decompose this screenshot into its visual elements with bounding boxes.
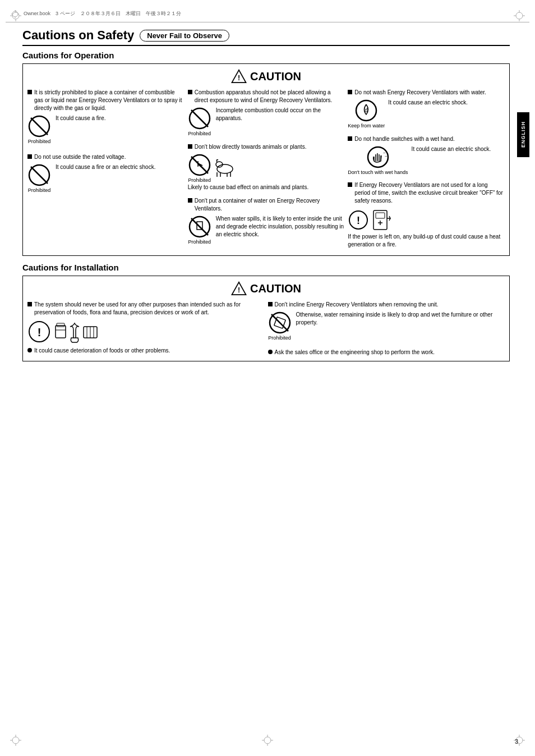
op2-bullet xyxy=(188,90,192,94)
op2-prohibited-icon xyxy=(188,107,211,130)
inst-col1: The system should never be used for any … xyxy=(27,301,265,356)
op8-text: If Energy Recovery Ventilators are not u… xyxy=(354,181,505,205)
inst1-bullet xyxy=(27,302,32,306)
op4-text: Do not use outside the rated voltage. xyxy=(34,153,126,161)
op-item3: Do not wash Energy Recovery Ventilators … xyxy=(348,89,505,130)
header-bar: Owner.book 3 ページ ２０８年３月６日 木曜日 午後３時２１分 xyxy=(6,6,529,22)
svg-rect-63 xyxy=(56,326,66,338)
op-col2: Combustion apparatus should not be place… xyxy=(188,89,345,251)
op3-sub: It could cause an electric shock. xyxy=(388,99,468,107)
op2-sub: Incomplete combustion could occur on the… xyxy=(216,107,345,122)
op6-icon-label: Don't touch with wet hands xyxy=(348,169,408,176)
op6-bullet xyxy=(348,136,352,141)
english-side-tab: ENGLISH xyxy=(517,112,529,157)
inst3-bullet xyxy=(268,350,273,354)
page-title-main: Cautions on Safety xyxy=(22,28,134,43)
op1-prohibited-icon xyxy=(27,114,51,138)
op1-text: It is strictly prohibited to place a con… xyxy=(34,89,185,112)
inst-item1: The system should never be used for any … xyxy=(27,301,265,355)
inst-col2: Don't incline Energy Recovery Ventilator… xyxy=(268,301,505,356)
svg-text:~: ~ xyxy=(385,154,388,159)
op-item7: Don't put a container of water on Energy… xyxy=(188,197,345,246)
operation-caution-box: ! CAUTION It is strictly prohibited to p… xyxy=(22,63,510,256)
op2-icon-label: Prohibited xyxy=(188,130,211,138)
installation-caution-box: ! CAUTION The system should never be use… xyxy=(22,276,510,361)
op8-device-icon xyxy=(372,209,391,231)
op8-icon-block: ! If the powe xyxy=(348,207,505,249)
op1-sub: It could cause a fire. xyxy=(56,114,106,122)
inst-item2: Don't incline Energy Recovery Ventilator… xyxy=(268,301,505,342)
op3-icon-label: Keep from water xyxy=(348,122,385,130)
op8-sub: If the power is left on, any build-up of… xyxy=(348,233,505,249)
inst2-text: Don't incline Energy Recovery Ventilator… xyxy=(275,301,439,309)
svg-text:!: ! xyxy=(357,215,360,226)
inst-item3: Ask the sales office or the engineering … xyxy=(268,349,505,356)
op4-icon-label: Prohibited xyxy=(28,187,51,194)
inst3-text: Ask the sales office or the engineering … xyxy=(275,349,435,356)
op2-icon-block: Prohibited Incomplete combustion could o… xyxy=(188,107,345,138)
corner-mark-bc xyxy=(262,735,273,746)
inst1-text: The system should never be used for any … xyxy=(34,301,265,317)
page-number: 3 xyxy=(515,738,518,745)
op1-icon-label: Prohibited xyxy=(28,138,51,145)
operation-caution-content: It is strictly prohibited to place a con… xyxy=(27,89,505,251)
op4-sub: It could cause a fire or an electric sho… xyxy=(56,163,155,171)
op5-extra: Likely to cause bad effect on animals an… xyxy=(188,184,309,191)
op7-bullet xyxy=(188,198,192,203)
section2-heading: Cautions for Installation xyxy=(22,263,510,272)
op5-icon-block: Prohibited xyxy=(188,153,345,192)
svg-line-35 xyxy=(31,167,48,184)
main-content: Cautions on Safety Never Fail to Observe… xyxy=(17,22,515,374)
inst-caution-triangle-icon: ! xyxy=(231,281,247,296)
op-item4: Do not use outside the rated voltage. Pr… xyxy=(27,153,185,194)
svg-line-72 xyxy=(271,314,288,331)
svg-line-47 xyxy=(191,218,208,235)
op2-text: Combustion apparatus should not be place… xyxy=(195,89,345,104)
svg-point-40 xyxy=(217,164,233,173)
op-item8: If Energy Recovery Ventilators are not u… xyxy=(348,181,505,249)
svg-rect-56 xyxy=(376,213,385,218)
svg-point-10 xyxy=(12,737,19,744)
caution-triangle-icon: ! xyxy=(231,68,247,84)
inst1-items-icon xyxy=(54,320,99,343)
svg-line-33 xyxy=(31,118,48,135)
header-cross-icon xyxy=(11,10,19,18)
header-text: Owner.book 3 ページ ２０８年３月６日 木曜日 午後３時２１分 xyxy=(24,10,181,17)
op-item2: Combustion apparatus should not be place… xyxy=(188,89,345,138)
op6-text: Do not handle switches with a wet hand. xyxy=(354,135,454,143)
op-item1: It is strictly prohibited to place a con… xyxy=(27,89,185,145)
op6-wet-hand-icon: ~ ~ xyxy=(366,145,390,169)
op3-bullet xyxy=(348,90,352,94)
op4-bullet xyxy=(27,154,32,159)
op6-sub: It could cause an electric shock. xyxy=(412,145,491,153)
op4-prohibited-icon xyxy=(27,163,51,187)
inst2-icon-block: Prohibited Otherwise, water remaining in… xyxy=(268,311,505,342)
installation-caution-content: The system should never be used for any … xyxy=(27,301,505,356)
op7-sub: When water spills, it is likely to enter… xyxy=(216,215,345,239)
operation-caution-label: CAUTION xyxy=(250,70,301,83)
inst2-bullet xyxy=(268,302,273,306)
op-col1: It is strictly prohibited to place a con… xyxy=(27,89,185,251)
inst1-subbullet xyxy=(27,348,32,352)
corner-mark-bl xyxy=(10,735,21,746)
svg-text:!: ! xyxy=(238,286,240,294)
op1-bullet xyxy=(27,90,32,94)
op3-text: Do not wash Energy Recovery Ventilators … xyxy=(354,89,486,97)
op3-water-icon: d xyxy=(354,99,378,122)
op8-bullet xyxy=(348,182,352,187)
svg-text:!: ! xyxy=(238,74,240,82)
op5-text: Don't blow directly towards animals or p… xyxy=(195,143,307,151)
svg-text:d: d xyxy=(365,107,368,113)
svg-text:!: ! xyxy=(38,326,41,338)
op1-icon-block: Prohibited It could cause a fire. xyxy=(27,114,185,145)
op5-animal-icon xyxy=(214,153,236,177)
op5-bullet xyxy=(188,144,192,149)
op3-icon-block: d Keep from water It could cause an elec… xyxy=(348,99,505,130)
title-underline xyxy=(22,45,510,46)
svg-line-39 xyxy=(191,157,208,173)
never-fail-badge: Never Fail to Observe xyxy=(140,30,229,42)
side-tab-label: ENGLISH xyxy=(520,121,526,148)
op4-icon-block: Prohibited It could cause a fire or an e… xyxy=(27,163,185,194)
op8-exclamation-icon: ! xyxy=(348,209,369,231)
op5-prohibited-icon xyxy=(188,153,211,177)
